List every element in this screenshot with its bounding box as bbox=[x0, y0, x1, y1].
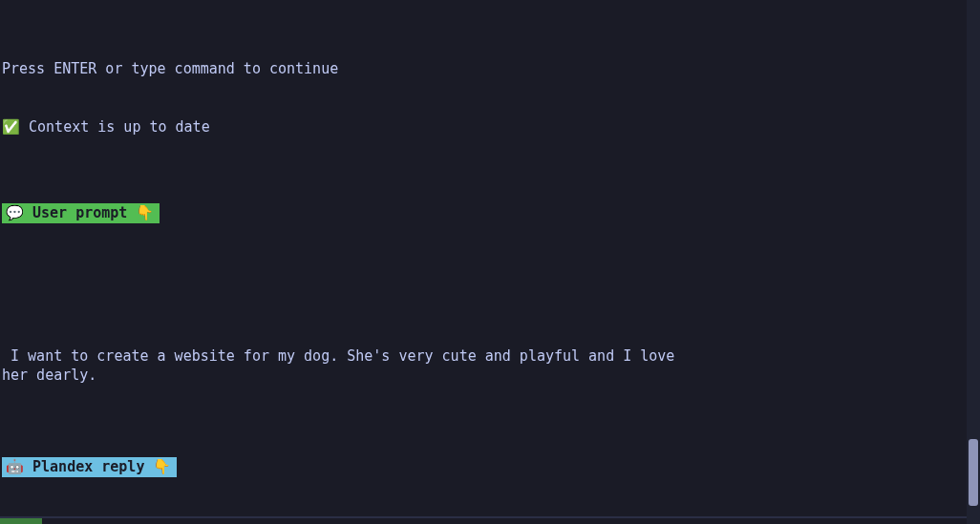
user-prompt-text: I want to create a website for my dog. S… bbox=[2, 346, 690, 385]
reply-banner-label: Plandex reply bbox=[24, 458, 153, 475]
prompt-press-enter: Press ENTER or type command to continue bbox=[2, 59, 965, 78]
terminal-content[interactable]: Press ENTER or type command to continue … bbox=[0, 0, 967, 524]
vertical-scrollbar[interactable] bbox=[967, 0, 980, 524]
user-prompt-banner: 💬 User prompt 👇 bbox=[2, 203, 160, 223]
speech-icon: 💬 bbox=[6, 204, 24, 221]
blank-row bbox=[2, 288, 965, 307]
terminal-screen: Press ENTER or type command to continue … bbox=[0, 0, 980, 524]
check-icon: ✅ bbox=[2, 118, 20, 136]
context-status-text: Context is up to date bbox=[20, 118, 210, 136]
scrollbar-thumb[interactable] bbox=[969, 439, 978, 506]
reply-banner-row: 🤖 Plandex reply 👇 bbox=[2, 448, 965, 485]
user-prompt-banner-label: User prompt bbox=[24, 204, 136, 221]
down-arrow-icon: 👇 bbox=[136, 204, 154, 221]
context-status: ✅ Context is up to date bbox=[2, 117, 965, 136]
robot-icon: 🤖 bbox=[6, 458, 24, 475]
status-accent bbox=[0, 518, 42, 524]
divider bbox=[0, 516, 967, 518]
reply-banner: 🤖 Plandex reply 👇 bbox=[2, 457, 177, 477]
down-arrow-icon: 👇 bbox=[153, 458, 171, 475]
user-prompt-banner-row: 💬 User prompt 👇 bbox=[2, 194, 965, 231]
